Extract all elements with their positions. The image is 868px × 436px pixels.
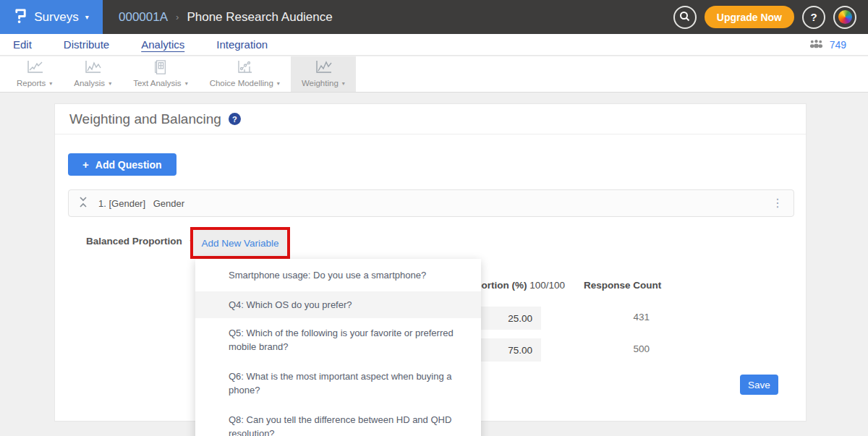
chevron-down-icon: ▾: [342, 80, 345, 87]
breadcrumb-survey-title: Phone Research Audience: [187, 10, 332, 25]
toolbar-item-label: Choice Modelling: [210, 79, 273, 87]
proportion-mode-dropdown[interactable]: Balanced Proportion ▾: [86, 236, 193, 247]
rainbow-logo-icon: [838, 10, 852, 24]
menu-item-q5[interactable]: Q5: Which of the following is your favor…: [195, 318, 481, 362]
toolbar-item-label: Analysis: [74, 79, 105, 87]
toolbar-item-choice-modelling[interactable]: Choice Modelling▾: [199, 56, 291, 92]
menu-item-q4[interactable]: Q4: Which OS do you prefer?: [195, 291, 481, 318]
add-new-variable-button[interactable]: Add New Variable: [193, 230, 287, 256]
survey-nav: Edit Distribute Analytics Integration 74…: [0, 34, 868, 56]
chevron-down-icon: ▾: [85, 13, 89, 21]
breadcrumb-survey-id[interactable]: 000001A: [119, 10, 168, 25]
audience-icon: [809, 38, 824, 51]
toolbar-item-weighting[interactable]: Weighting▾: [291, 56, 356, 92]
toolbar-item-analysis[interactable]: Analysis▾: [63, 56, 122, 92]
red-annotation-box: Add New Variable: [190, 227, 290, 259]
question-section-label: 1. [Gender] Gender: [98, 198, 184, 209]
add-question-button[interactable]: + Add Question: [68, 153, 176, 176]
main-area: Weighting and Balancing ? + Add Question…: [0, 93, 868, 436]
chevron-down-icon: ▾: [277, 80, 280, 87]
page-help-icon[interactable]: ?: [229, 113, 241, 125]
breadcrumb-separator-icon: ›: [176, 12, 179, 22]
product-menu[interactable]: Surveys ▾: [0, 0, 103, 34]
collapse-icon: [79, 196, 88, 211]
question-code: [Gender]: [109, 198, 145, 209]
menu-item-q6[interactable]: Q6: What is the most important aspect wh…: [195, 362, 481, 405]
toolbar-item-label: Weighting: [302, 79, 339, 87]
chevron-down-icon: ▾: [185, 80, 188, 87]
upgrade-now-button[interactable]: Upgrade Now: [705, 6, 794, 28]
toolbar-item-reports[interactable]: Reports▾: [6, 56, 63, 92]
save-button[interactable]: Save: [740, 375, 778, 395]
variable-dropdown-menu: Smartphone usage: Do you use a smartphon…: [195, 259, 481, 436]
question-index: 1.: [98, 198, 106, 209]
line-chart-icon: [25, 60, 44, 77]
card-title-bar: Weighting and Balancing ?: [55, 104, 806, 134]
tab-distribute[interactable]: Distribute: [64, 38, 109, 51]
proportion-total-value: 100/100: [529, 280, 565, 291]
search-button[interactable]: [673, 6, 697, 29]
question-mark-icon: ?: [810, 11, 817, 23]
response-count-row1: 431: [577, 312, 650, 322]
toolbar-item-label: Reports: [17, 79, 46, 87]
questionpro-logo-icon: [14, 7, 27, 27]
response-count-value[interactable]: 749: [830, 39, 846, 51]
toolbar-item-text-analysis[interactable]: Text Analysis▾: [122, 56, 199, 92]
chevron-down-icon: ▾: [49, 80, 52, 87]
header-actions: Upgrade Now ?: [673, 6, 856, 29]
tab-edit[interactable]: Edit: [13, 38, 32, 51]
analytics-toolbar: Reports▾ Analysis▾ Text Analysis▾: [0, 56, 868, 93]
breadcrumb: 000001A › Phone Research Audience: [119, 10, 333, 25]
question-name: Gender: [153, 198, 184, 209]
proportion-mode-label: Balanced Proportion: [86, 236, 182, 247]
document-grid-icon: [153, 60, 169, 77]
product-menu-label: Surveys: [34, 10, 78, 25]
community-button[interactable]: [833, 6, 856, 29]
page-title: Weighting and Balancing: [69, 111, 221, 127]
menu-item-q8[interactable]: Q8: Can you tell the difference between …: [195, 405, 481, 436]
tab-integration[interactable]: Integration: [216, 38, 268, 51]
kebab-menu-icon[interactable]: ⋮: [772, 197, 783, 209]
search-icon: [679, 11, 690, 24]
chevron-down-icon: ▾: [109, 80, 111, 87]
plus-icon: +: [82, 158, 89, 171]
menu-item-smartphone-usage[interactable]: Smartphone usage: Do you use a smartphon…: [195, 259, 481, 291]
tab-analytics[interactable]: Analytics: [141, 38, 184, 51]
scatter-chart-icon: [235, 60, 254, 77]
line-chart-icon: [83, 60, 102, 77]
line-chart-icon: [314, 60, 333, 77]
add-question-label: Add Question: [95, 159, 162, 171]
response-count-column-header: Response Count: [584, 280, 661, 291]
response-counter[interactable]: 749: [809, 38, 846, 51]
toolbar-item-label: Text Analysis: [133, 79, 181, 87]
help-button[interactable]: ?: [802, 6, 825, 29]
response-count-row2: 500: [577, 343, 650, 354]
top-header: Surveys ▾ 000001A › Phone Research Audie…: [0, 0, 868, 34]
question-section-header[interactable]: 1. [Gender] Gender ⋮: [68, 189, 794, 217]
